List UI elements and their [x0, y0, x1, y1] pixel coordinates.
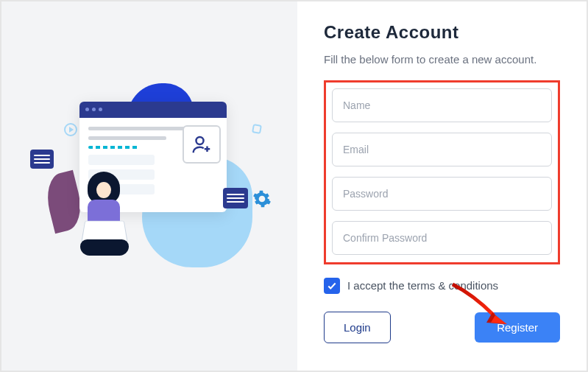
- person-illustration: [74, 172, 141, 260]
- terms-checkbox[interactable]: [324, 278, 340, 294]
- svg-point-0: [196, 137, 204, 144]
- button-row: Login Register: [324, 312, 560, 343]
- password-input[interactable]: [332, 177, 552, 211]
- play-icon: [64, 123, 77, 136]
- check-icon: [327, 281, 337, 291]
- confirm-password-input[interactable]: [332, 221, 552, 255]
- name-input[interactable]: [332, 88, 552, 122]
- page-title: Create Account: [324, 22, 560, 43]
- chat-icon: [223, 188, 248, 208]
- terms-row: I accept the terms & conditions: [324, 278, 560, 294]
- form-highlight-box: [324, 80, 560, 264]
- register-button[interactable]: Register: [475, 312, 560, 343]
- create-account-form-panel: Create Account Fill the below form to cr…: [297, 1, 587, 371]
- page-subtitle: Fill the below form to create a new acco…: [324, 52, 560, 69]
- app-window: Create Account Fill the below form to cr…: [0, 0, 588, 372]
- add-user-icon: [183, 125, 221, 164]
- chat-icon: [30, 150, 54, 169]
- login-button[interactable]: Login: [324, 312, 391, 343]
- square-shape: [252, 124, 262, 134]
- terms-label: I accept the terms & conditions: [347, 279, 498, 292]
- browser-titlebar-graphic: [79, 102, 227, 118]
- gear-icon: [252, 189, 272, 208]
- email-input[interactable]: [332, 133, 552, 166]
- signup-illustration: [17, 76, 282, 297]
- illustration-panel: [1, 1, 297, 371]
